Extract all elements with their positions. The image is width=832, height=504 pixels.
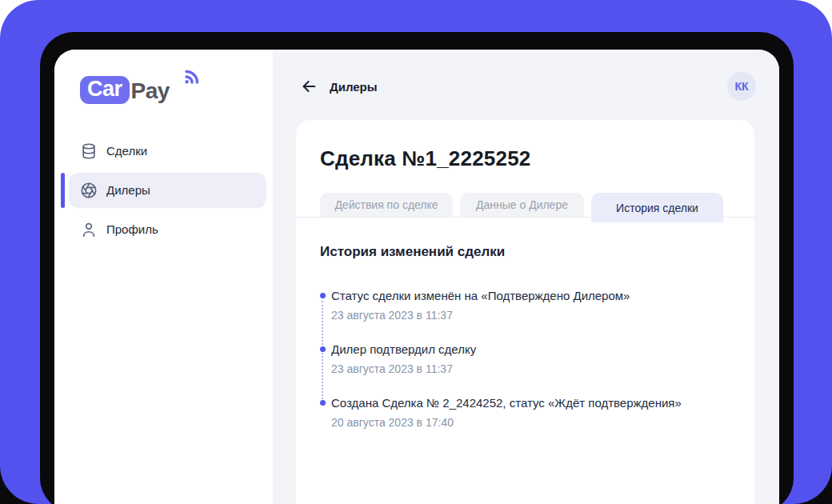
- timeline-item-text: Создана Сделка № 2_2424252, статус «Ждёт…: [331, 396, 730, 410]
- tab-deal-history[interactable]: История сделки: [591, 193, 723, 222]
- history-section-title: История изменений сделки: [320, 244, 730, 260]
- timeline-item: Дилер подтвердил сделку 23 августа 2023 …: [320, 342, 730, 375]
- timeline-item: Создана Сделка № 2_2424252, статус «Ждёт…: [320, 396, 730, 429]
- sidebar-item-profile[interactable]: Профиль: [69, 212, 266, 247]
- main-area: Дилеры КК Сделка №1_2225252 Действия по …: [274, 50, 779, 504]
- page-title: Дилеры: [330, 80, 378, 94]
- sidebar-menu: Сделки Дилеры: [54, 134, 273, 247]
- back-arrow-icon[interactable]: [300, 78, 318, 95]
- database-icon: [80, 142, 98, 160]
- sidebar-item-label: Профиль: [106, 222, 158, 236]
- aperture-icon: [80, 182, 98, 199]
- sidebar-item-label: Сделки: [106, 144, 147, 158]
- sidebar-item-dealers[interactable]: Дилеры: [69, 173, 266, 208]
- sidebar-item-deals[interactable]: Сделки: [69, 134, 266, 169]
- sidebar: Car Pay: [54, 50, 274, 504]
- deal-history-timeline: Статус сделки изменён на «Подтверждено Д…: [320, 289, 730, 429]
- tab-deal-actions[interactable]: Действия по сделке: [320, 193, 453, 217]
- timeline-item-date: 20 августа 2023 в 17:40: [331, 416, 730, 429]
- logo-pay-text: Pay: [131, 76, 170, 105]
- tab-dealer-data[interactable]: Данные о Дилере: [460, 193, 584, 217]
- deal-card: Сделка №1_2225252 Действия по сделке Дан…: [296, 120, 754, 504]
- logo-car-badge: Car: [80, 76, 130, 104]
- timeline-item-text: Дилер подтвердил сделку: [331, 342, 730, 356]
- tablet-frame: Car Pay: [40, 32, 794, 504]
- avatar[interactable]: КК: [727, 72, 756, 101]
- signal-waves-icon: [184, 68, 205, 92]
- timeline-item-date: 23 августа 2023 в 11:37: [331, 362, 730, 375]
- sidebar-item-label: Дилеры: [106, 183, 150, 197]
- deal-title: Сделка №1_2225252: [320, 146, 730, 171]
- deal-tabs: Действия по сделке Данные о Дилере Истор…: [320, 193, 730, 222]
- timeline-item: Статус сделки изменён на «Подтверждено Д…: [320, 289, 730, 322]
- user-icon: [80, 221, 98, 238]
- timeline-item-text: Статус сделки изменён на «Подтверждено Д…: [331, 289, 730, 302]
- timeline-item-date: 23 августа 2023 в 11:37: [331, 309, 730, 322]
- app-screen: Car Pay: [54, 50, 779, 504]
- page-header: Дилеры КК: [300, 72, 756, 101]
- carpay-logo: Car Pay: [80, 76, 192, 105]
